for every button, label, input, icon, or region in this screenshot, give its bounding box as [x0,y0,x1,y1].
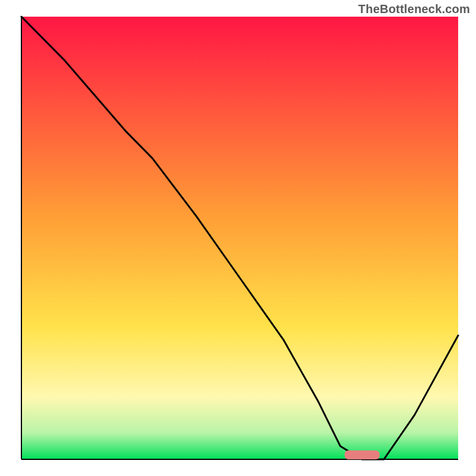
gradient-panel [21,17,458,459]
watermark-text: TheBottleneck.com [358,2,470,16]
bottleneck-chart [0,0,476,476]
optimum-marker [345,450,380,459]
